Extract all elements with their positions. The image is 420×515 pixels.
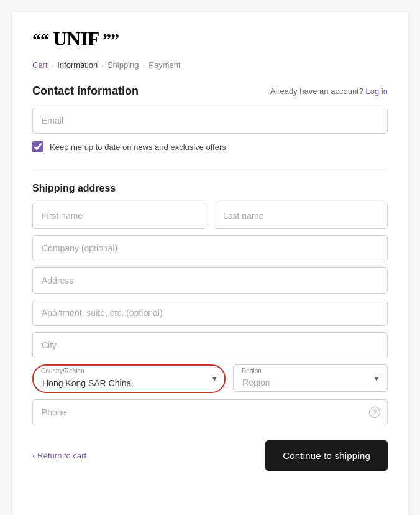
- breadcrumb-shipping: Shipping: [107, 60, 139, 70]
- newsletter-row: Keep me up to date on news and exclusive…: [32, 141, 388, 152]
- footer-actions: ‹ Return to cart Continue to shipping: [32, 440, 388, 471]
- address-row: [32, 267, 388, 294]
- chevron-icon-3: ›: [143, 62, 145, 69]
- shipping-section-title: Shipping address: [32, 183, 388, 194]
- name-row: [32, 203, 388, 229]
- logo: UNIF: [32, 27, 388, 50]
- address-input[interactable]: [32, 267, 388, 294]
- breadcrumb-payment: Payment: [148, 60, 180, 70]
- breadcrumb-information: Information: [57, 60, 98, 70]
- phone-help-icon[interactable]: ?: [369, 407, 380, 418]
- company-input[interactable]: [32, 235, 388, 261]
- email-container: [32, 108, 388, 134]
- contact-section-title: Contact information: [32, 85, 139, 98]
- city-row: [32, 332, 388, 358]
- country-wrapper: Country/Region Hong Kong SAR China ▼: [32, 364, 226, 393]
- phone-wrapper: ?: [32, 399, 388, 425]
- apartment-row: [32, 300, 388, 326]
- city-input[interactable]: [32, 332, 388, 358]
- last-name-input[interactable]: [214, 203, 388, 229]
- chevron-icon: ›: [52, 62, 54, 69]
- divider-1: [32, 170, 388, 170]
- newsletter-checkbox[interactable]: [32, 141, 43, 152]
- country-region-row: Country/Region Hong Kong SAR China ▼ Reg…: [32, 364, 388, 393]
- logo-text: UNIF: [53, 27, 98, 50]
- return-chevron-icon: ‹: [32, 451, 35, 460]
- email-input[interactable]: [32, 108, 388, 134]
- return-label: Return to cart: [37, 451, 86, 460]
- region-wrapper: Region Region ▼: [233, 364, 388, 393]
- country-select[interactable]: Hong Kong SAR China: [32, 364, 226, 393]
- breadcrumb-cart[interactable]: Cart: [32, 60, 48, 70]
- chevron-icon-2: ›: [101, 62, 104, 69]
- page-container: UNIF Cart › Information › Shipping › Pay…: [12, 12, 408, 515]
- first-name-input[interactable]: [32, 203, 206, 229]
- login-prompt: Already have an account? Log in: [270, 86, 388, 96]
- already-account-text: Already have an account?: [270, 86, 363, 96]
- apartment-input[interactable]: [32, 300, 388, 326]
- login-link[interactable]: Log in: [366, 86, 388, 96]
- return-to-cart-link[interactable]: ‹ Return to cart: [32, 451, 86, 460]
- newsletter-label[interactable]: Keep me up to date on news and exclusive…: [50, 142, 226, 152]
- breadcrumb: Cart › Information › Shipping › Payment: [32, 60, 388, 70]
- company-row: [32, 235, 388, 261]
- contact-section-header: Contact information Already have an acco…: [32, 85, 388, 98]
- region-select[interactable]: Region: [233, 364, 388, 392]
- phone-input[interactable]: [32, 399, 388, 425]
- continue-shipping-button[interactable]: Continue to shipping: [265, 440, 388, 471]
